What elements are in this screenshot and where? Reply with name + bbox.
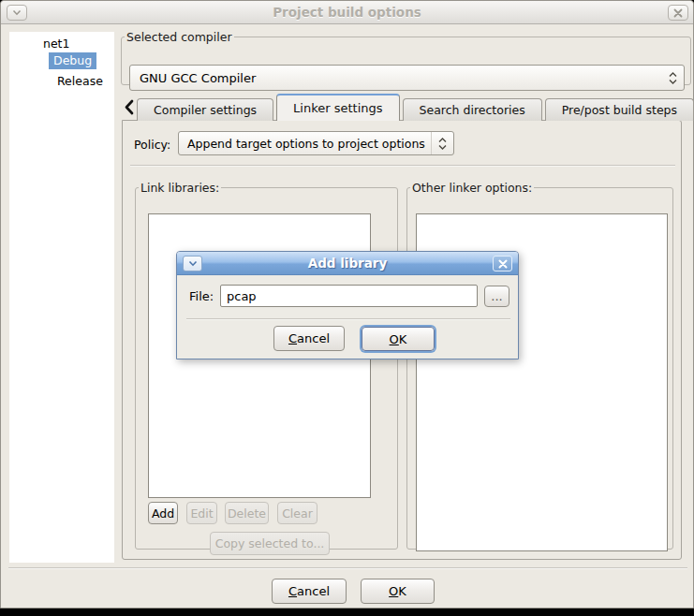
dialog-separator <box>186 318 510 319</box>
up-down-chevron-icon <box>431 132 453 154</box>
selected-compiler-label: Selected compiler <box>125 30 234 44</box>
window-close-button[interactable] <box>668 5 688 21</box>
policy-separator <box>130 165 675 166</box>
build-targets-panel: net1 Debug Release <box>9 32 114 563</box>
browse-button[interactable]: ... <box>484 286 509 307</box>
link-libraries-label: Link libraries: <box>139 181 221 195</box>
ok-button[interactable]: OK <box>361 579 435 604</box>
add-library-dialog: Add library File: ... Cancel OK <box>176 251 519 359</box>
add-button[interactable]: Add <box>148 502 178 524</box>
tab-scroll-left-button[interactable] <box>121 96 136 117</box>
project-build-options-window: Project build options net1 Debug Release… <box>0 0 694 609</box>
dialog-close-button[interactable] <box>493 256 512 271</box>
window-title: Project build options <box>1 5 693 20</box>
selected-compiler-group: Selected compiler GNU GCC Compiler <box>121 30 691 85</box>
dialog-title: Add library <box>177 256 518 271</box>
dialog-titlebar: Add library <box>177 252 518 275</box>
chevron-left-icon <box>124 99 134 115</box>
tab-pre-post-build-steps[interactable]: Pre/post build steps <box>545 98 694 121</box>
tree-item-debug[interactable]: Debug <box>49 52 96 69</box>
close-icon <box>673 8 683 18</box>
link-libraries-group: Link libraries: Add Edit Delete Clear Co… <box>135 181 398 550</box>
footer-separator <box>8 567 687 568</box>
other-linker-options-label: Other linker options: <box>410 181 534 195</box>
compiler-select-value: GNU GCC Compiler <box>130 71 662 85</box>
compiler-select[interactable]: GNU GCC Compiler <box>129 65 685 91</box>
tab-linker-settings[interactable]: Linker settings <box>276 94 399 121</box>
policy-label: Policy: <box>134 138 170 152</box>
tab-compiler-settings[interactable]: Compiler settings <box>137 98 273 121</box>
dialog-cancel-button[interactable]: Cancel <box>273 326 345 351</box>
copy-selected-to-button[interactable]: Copy selected to... <box>210 532 330 555</box>
edit-button[interactable]: Edit <box>186 502 217 524</box>
clear-button[interactable]: Clear <box>277 502 317 524</box>
file-label: File: <box>189 289 214 303</box>
dialog-ok-button[interactable]: OK <box>362 327 435 351</box>
tree-item-project[interactable]: net1 <box>43 37 69 51</box>
policy-select-value: Append target options to project options <box>179 137 427 151</box>
close-icon <box>498 259 508 269</box>
up-down-chevron-icon <box>662 72 684 84</box>
tab-search-directories[interactable]: Search directories <box>403 98 542 121</box>
policy-select[interactable]: Append target options to project options <box>178 131 454 155</box>
cancel-button[interactable]: Cancel <box>272 579 347 604</box>
file-input[interactable] <box>220 285 478 307</box>
tree-item-release[interactable]: Release <box>52 73 108 90</box>
other-linker-options-group: Other linker options: <box>406 181 673 550</box>
delete-button[interactable]: Delete <box>225 502 269 524</box>
window-titlebar: Project build options <box>1 1 693 24</box>
settings-tabbar: Compiler settings Linker settings Search… <box>137 94 694 121</box>
